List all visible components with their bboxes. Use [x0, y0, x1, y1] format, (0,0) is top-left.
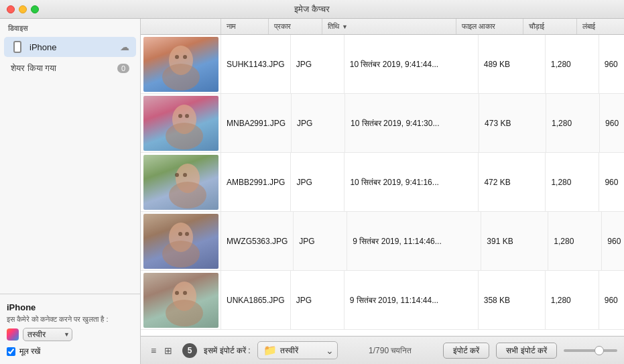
folder-icon: 📁	[263, 344, 277, 357]
app-dropdown-row: तस्वीर इमेज कैप्चर कोई नहीं ▼	[7, 328, 133, 341]
import-button[interactable]: इंपोर्ट करें	[443, 343, 489, 359]
width-cell: 1,280	[546, 35, 599, 94]
table-body: SUHK1143.JPGJPG10 सितंबर 2019, 9:41:44..…	[141, 35, 624, 336]
table-row[interactable]: MWZG5363.JPGJPG9 सितंबर 2019, 11:14:46..…	[141, 212, 624, 271]
filetype-cell: JPG	[294, 212, 347, 271]
filetype-cell: JPG	[291, 35, 345, 94]
opens-label: इस कैमेरे को कनेक्ट करने पर खुलता है :	[7, 315, 133, 324]
svg-point-15	[185, 232, 189, 236]
thumbnail-cell	[141, 153, 221, 212]
maximize-button[interactable]	[31, 5, 39, 13]
date-cell: 9 सितंबर 2019, 11:14:46...	[347, 212, 481, 271]
right-panel: नाम प्रकार तिथि ▼ फाइल आकार चौड़ाई लंबाई…	[141, 19, 624, 364]
sidebar-item-shared[interactable]: शेयर किया गया 0	[4, 60, 136, 77]
grid-view-button[interactable]: ⊞	[161, 343, 176, 358]
filesize-cell: 473 KB	[479, 94, 546, 153]
shared-label: शेयर किया गया	[11, 63, 117, 74]
width-cell: 1,280	[546, 153, 599, 212]
keep-originals-row: मूल रखें	[7, 347, 133, 356]
filesize-cell: 358 KB	[479, 271, 546, 330]
table-row[interactable]: AMBB2991.JPGJPG10 सितंबर 2019, 9:41:16..…	[141, 153, 624, 212]
date-cell: 9 सितंबर 2019, 11:14:44...	[345, 271, 479, 330]
device-title-bottom: iPhone	[7, 302, 133, 312]
svg-point-17	[166, 300, 203, 326]
cloud-icon: ☁	[120, 42, 129, 52]
thumbnail-image	[143, 96, 219, 151]
thumbnail-cell	[141, 35, 221, 94]
th-name[interactable]: नाम	[221, 19, 269, 34]
filename-cell: MWZG5363.JPG	[221, 212, 294, 271]
close-button[interactable]	[7, 5, 15, 13]
bottom-bar: ≡ ⊞ 5 इसमें इंपोर्ट करें : 📁 तस्वीरें ⌄ …	[141, 336, 624, 364]
filesize-cell: 472 KB	[479, 153, 546, 212]
thumbnail-cell	[141, 271, 221, 330]
date-cell: 10 सितंबर 2019, 9:41:16...	[345, 153, 479, 212]
zoom-slider[interactable]	[564, 349, 617, 352]
svg-point-7	[185, 114, 189, 118]
thumbnail-image	[143, 273, 219, 328]
filesize-cell: 391 KB	[481, 212, 548, 271]
sidebar: डिवाइस iPhone ☁ शेयर किया गया 0 iPhone इ…	[0, 19, 141, 364]
svg-point-11	[183, 173, 187, 177]
svg-point-14	[178, 232, 182, 236]
table-row[interactable]: SUHK1143.JPGJPG10 सितंबर 2019, 9:41:44..…	[141, 35, 624, 94]
filetype-cell: JPG	[291, 153, 345, 212]
keep-originals-label: मूल रखें	[19, 347, 40, 356]
list-view-button[interactable]: ≡	[147, 343, 160, 358]
th-date[interactable]: तिथि ▼	[322, 19, 456, 34]
th-filesize[interactable]: फाइल आकार	[456, 19, 523, 34]
view-toggle: ≡ ⊞	[147, 343, 176, 358]
height-cell: 960	[602, 212, 624, 271]
import-all-button[interactable]: सभी इंपोर्ट करें	[496, 343, 557, 359]
height-cell: 960	[600, 94, 624, 153]
keep-originals-checkbox[interactable]	[7, 347, 15, 356]
sort-arrow-icon: ▼	[342, 23, 348, 30]
filetype-cell: JPG	[292, 94, 345, 153]
minimize-button[interactable]	[19, 5, 27, 13]
svg-point-6	[178, 114, 182, 118]
thumbnail-image	[143, 155, 219, 210]
svg-point-13	[162, 241, 200, 267]
width-cell: 1,280	[548, 212, 602, 271]
window-title: इमेज कैप्चर	[294, 4, 330, 15]
th-height[interactable]: लंबाई	[577, 19, 624, 34]
selection-count-label: 1/790 चयनित	[345, 346, 436, 355]
thumbnail-image	[143, 37, 219, 92]
app-dropdown[interactable]: तस्वीर इमेज कैप्चर कोई नहीं	[23, 328, 72, 341]
svg-point-5	[166, 123, 203, 149]
thumbnail-image	[143, 214, 219, 269]
photos-app-icon	[7, 328, 19, 341]
svg-point-2	[175, 55, 179, 59]
filename-cell: MNBA2991.JPG	[221, 94, 292, 153]
devices-section-header: डिवाइस	[0, 19, 140, 36]
thumbnail-cell	[141, 212, 221, 271]
main-content: डिवाइस iPhone ☁ शेयर किया गया 0 iPhone इ…	[0, 19, 624, 364]
sidebar-item-iphone[interactable]: iPhone ☁	[4, 37, 136, 57]
date-cell: 10 सितंबर 2019, 9:41:44...	[345, 35, 479, 94]
svg-point-9	[169, 182, 206, 208]
title-bar: इमेज कैप्चर	[0, 0, 624, 19]
shared-badge: 0	[117, 64, 129, 73]
iphone-icon	[11, 40, 24, 54]
th-type[interactable]: प्रकार	[269, 19, 322, 34]
thumbnail-cell	[141, 94, 221, 153]
date-cell: 10 सितंबर 2019, 9:41:30...	[345, 94, 479, 153]
table-row[interactable]: MNBA2991.JPGJPG10 सितंबर 2019, 9:41:30..…	[141, 94, 624, 153]
th-width[interactable]: चौड़ाई	[523, 19, 577, 34]
import-folder-name: तस्वीरें	[280, 346, 298, 355]
svg-point-10	[175, 173, 179, 177]
import-count-badge: 5	[182, 343, 197, 358]
sidebar-bottom: iPhone इस कैमेरे को कनेक्ट करने पर खुलता…	[0, 294, 140, 364]
app-dropdown-wrapper: तस्वीर इमेज कैप्चर कोई नहीं ▼	[23, 328, 72, 341]
svg-point-19	[183, 291, 187, 295]
import-folder-dropdown[interactable]: 📁 तस्वीरें ⌄	[257, 341, 338, 359]
svg-point-18	[175, 291, 179, 295]
height-cell: 960	[599, 35, 624, 94]
svg-point-1	[162, 64, 200, 90]
import-into-label: इसमें इंपोर्ट करें :	[204, 346, 250, 355]
filetype-cell: JPG	[291, 271, 345, 330]
th-thumb	[141, 19, 221, 34]
iphone-label: iPhone	[29, 42, 120, 52]
table-row[interactable]: UNKA1865.JPGJPG9 सितंबर 2019, 11:14:44..…	[141, 271, 624, 330]
height-cell: 960	[599, 153, 624, 212]
